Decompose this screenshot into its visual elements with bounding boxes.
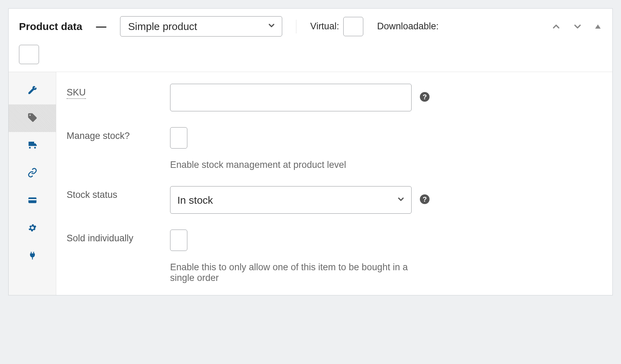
svg-rect-2 [28, 199, 36, 201]
gear-icon [28, 223, 37, 234]
downloadable-field: Downloadable: [377, 21, 439, 32]
sidebar-item-inventory[interactable] [9, 104, 56, 132]
downloadable-label: Downloadable: [377, 21, 439, 32]
manage-stock-label: Manage stock? [67, 127, 170, 141]
chevron-up-icon[interactable] [551, 21, 561, 32]
sold-individually-desc: Enable this to only allow one of this it… [170, 262, 412, 283]
svg-marker-0 [595, 24, 601, 29]
help-icon[interactable]: ? [420, 92, 430, 102]
sidebar [9, 72, 56, 295]
help-icon[interactable]: ? [420, 194, 430, 204]
manage-stock-desc: Enable stock management at product level [170, 160, 412, 170]
sidebar-item-linked[interactable] [9, 160, 56, 187]
stock-status-select[interactable]: In stock [170, 186, 412, 214]
header-divider [296, 20, 296, 33]
panel-title: Product data [19, 21, 82, 32]
product-data-panel: Product data — Simple product Virtual: D… [8, 8, 613, 295]
sku-input[interactable] [170, 84, 412, 111]
sidebar-item-plugins[interactable] [9, 242, 56, 270]
stock-status-label: Stock status [67, 186, 170, 200]
virtual-label: Virtual: [310, 21, 339, 32]
product-type-select-wrapper: Simple product [120, 16, 282, 37]
tag-icon [27, 112, 38, 124]
link-icon [28, 168, 37, 179]
triangle-up-icon[interactable] [594, 22, 602, 31]
truck-icon [27, 140, 38, 152]
virtual-checkbox[interactable] [343, 17, 363, 36]
plug-icon [28, 251, 37, 262]
sold-individually-label: Sold individually [67, 230, 170, 244]
manage-stock-field: Manage stock? Enable stock management at… [67, 127, 599, 170]
panel-header-controls [551, 21, 602, 32]
chevron-down-icon[interactable] [572, 21, 583, 32]
sku-label: SKU [67, 84, 170, 98]
sidebar-item-attributes[interactable] [9, 187, 56, 215]
sidebar-item-advanced[interactable] [9, 215, 56, 242]
panel-body: SKU ? Manage stock? Enable stock managem… [9, 72, 612, 295]
panel-content: SKU ? Manage stock? Enable stock managem… [56, 72, 612, 295]
manage-stock-checkbox[interactable] [170, 127, 187, 149]
panel-header: Product data — Simple product Virtual: D… [9, 9, 612, 72]
card-icon [28, 195, 37, 206]
wrench-icon [28, 85, 37, 96]
virtual-field: Virtual: [310, 17, 363, 36]
product-type-select[interactable]: Simple product [120, 16, 282, 37]
panel-title-dash: — [96, 21, 106, 32]
sku-field: SKU ? [67, 84, 599, 111]
stock-status-field: Stock status In stock ? [67, 186, 599, 214]
sold-individually-checkbox[interactable] [170, 230, 187, 251]
sidebar-item-shipping[interactable] [9, 132, 56, 160]
sidebar-item-general[interactable] [9, 77, 56, 104]
sold-individually-field: Sold individually Enable this to only al… [67, 230, 599, 283]
downloadable-checkbox[interactable] [19, 45, 39, 64]
